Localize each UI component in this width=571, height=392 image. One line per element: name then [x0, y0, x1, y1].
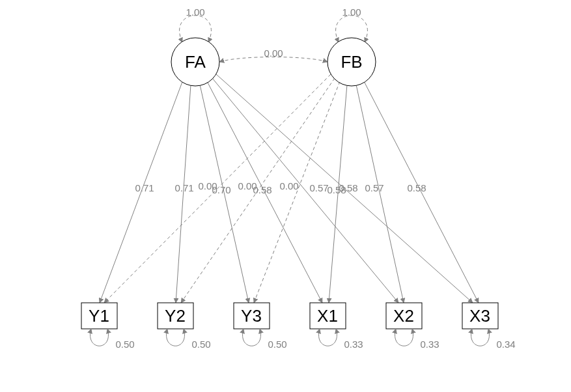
variance-Y3-label: 0.50	[268, 339, 286, 350]
observed-node-X3: X3	[462, 303, 498, 329]
observed-label-Y2: Y2	[165, 306, 186, 326]
variance-X1-label: 0.33	[344, 339, 363, 350]
observed-label-Y1: Y1	[89, 306, 109, 326]
loading-FA-Y1-label: 0.71	[135, 182, 154, 193]
variance-X3-loop	[471, 329, 490, 346]
variance-X2-loop	[395, 329, 413, 346]
loading-FB-X2-label: 0.57	[365, 182, 383, 193]
variance-Y2-loop	[167, 329, 185, 346]
variance-Y1-loop	[91, 329, 109, 346]
variance-X3-label: 0.34	[496, 339, 515, 350]
latent-node-FB: FB	[327, 38, 376, 86]
loading-FA-X2-label: 0.57	[309, 182, 328, 193]
variance-Y1-label: 0.50	[115, 339, 134, 350]
loading-FB-X3-label: 0.58	[407, 182, 426, 193]
loading-FA-Y2	[176, 85, 191, 303]
loading-FA-Y2-label: 0.71	[174, 182, 193, 193]
loading-FB-X2	[356, 85, 404, 303]
observed-node-Y1: Y1	[81, 303, 117, 329]
observed-node-Y3: Y3	[234, 303, 270, 329]
observed-node-Y2: Y2	[158, 303, 193, 329]
loading-FB-Y1-label: 0.00	[198, 180, 217, 191]
observed-node-X1: X1	[310, 303, 346, 329]
observed-label-X2: X2	[393, 306, 414, 326]
latent-node-FA: FA	[171, 38, 219, 86]
loading-FB-X1-label: 0.58	[327, 184, 346, 195]
loading-FB-Y3-label: 0.00	[279, 180, 298, 191]
latent-label-FA: FA	[185, 52, 206, 72]
covariance-FA-FB-label: 0.00	[264, 48, 283, 59]
observed-label-Y3: Y3	[241, 306, 262, 326]
latent-label-FB: FB	[341, 52, 362, 72]
sem-path-diagram: 0.00 1.00 1.00 0.71 0.71 0.70 0.58 0.57 …	[0, 0, 571, 392]
observed-label-X1: X1	[317, 306, 338, 326]
observed-node-X2: X2	[386, 303, 422, 329]
variance-Y3-loop	[243, 329, 261, 346]
variance-FA-label: 1.00	[186, 7, 204, 18]
variance-Y2-label: 0.50	[191, 339, 210, 350]
variance-X1-loop	[319, 329, 337, 346]
loading-FB-Y2-label: 0.00	[238, 180, 257, 191]
variance-X2-label: 0.33	[420, 339, 439, 350]
observed-label-X3: X3	[469, 306, 490, 326]
variance-FB-label: 1.00	[342, 7, 361, 18]
